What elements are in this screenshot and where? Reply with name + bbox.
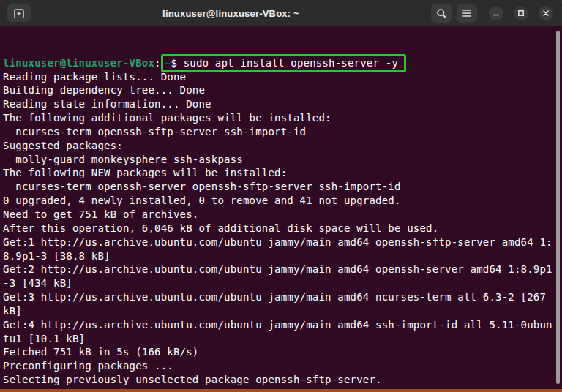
terminal-line: Building dependency tree... Done bbox=[3, 83, 561, 97]
terminal-text: $ sudo apt install openssh-server -y bbox=[171, 57, 398, 69]
search-button[interactable] bbox=[431, 4, 452, 23]
terminal-line: Fetched 751 kB in 5s (166 kB/s) bbox=[3, 345, 561, 359]
terminal-text: Building dependency tree... Done bbox=[3, 84, 205, 96]
terminal-text: ncurses-term openssh-server openssh-sftp… bbox=[3, 181, 401, 192]
new-tab-button[interactable] bbox=[7, 4, 31, 22]
close-icon bbox=[542, 10, 550, 17]
terminal-text: Need to get 751 kB of archives. bbox=[3, 208, 199, 220]
scrollbar[interactable] bbox=[556, 31, 560, 384]
terminal-text: Get:2 http://us.archive.ubuntu.com/ubunt… bbox=[3, 263, 552, 275]
terminal-text: tu1 [10.1 kB] bbox=[3, 333, 85, 344]
terminal-text: Get:1 http://us.archive.ubuntu.com/ubunt… bbox=[3, 236, 552, 248]
terminal-line: 8.9p1-3 [38.8 kB] bbox=[3, 249, 561, 263]
terminal-text: Suggested packages: bbox=[3, 140, 123, 151]
terminal-text: linuxuser@linuxuser-VBox bbox=[3, 57, 154, 69]
window-title: linuxuser@linuxuser-VBox: ~ bbox=[31, 8, 431, 19]
terminal-line: Preconfiguring packages ... bbox=[3, 359, 561, 373]
terminal-text: ncurses-term openssh-sftp-server ssh-imp… bbox=[3, 126, 306, 137]
terminal-line: Suggested packages: bbox=[3, 139, 561, 153]
terminal-text: The following additional packages will b… bbox=[3, 112, 331, 124]
menu-button[interactable] bbox=[457, 4, 477, 23]
terminal-text: The following NEW packages will be insta… bbox=[3, 167, 287, 178]
hamburger-menu-icon bbox=[462, 9, 472, 18]
titlebar[interactable]: linuxuser@linuxuser-VBox: ~ bbox=[0, 0, 562, 26]
close-button[interactable] bbox=[539, 6, 553, 20]
terminal-viewport[interactable]: linuxuser@linuxuser-VBox:~$ sudo apt ins… bbox=[0, 26, 562, 390]
terminal-text: -3 [434 kB] bbox=[3, 277, 72, 289]
terminal-line: -3 [434 kB] bbox=[3, 276, 561, 290]
maximize-button[interactable] bbox=[514, 6, 528, 20]
terminal-line: ncurses-term openssh-sftp-server ssh-imp… bbox=[3, 125, 561, 139]
terminal-line: Selecting previously unselected package … bbox=[3, 373, 561, 387]
screen: linuxuser@linuxuser-VBox: ~ bbox=[0, 0, 562, 392]
terminal-window: linuxuser@linuxuser-VBox: ~ bbox=[0, 0, 562, 390]
desktop-background bbox=[0, 389, 562, 392]
terminal-line: The following NEW packages will be insta… bbox=[3, 166, 561, 180]
new-tab-icon bbox=[13, 8, 25, 18]
terminal-line: Get:1 http://us.archive.ubuntu.com/ubunt… bbox=[3, 235, 561, 249]
terminal-text: After this operation, 6,046 kB of additi… bbox=[3, 222, 438, 234]
terminal-text: : bbox=[154, 57, 161, 69]
search-icon bbox=[436, 8, 447, 19]
terminal-text: Fetched 751 kB in 5s (166 kB/s) bbox=[3, 346, 199, 358]
terminal-text: Reading state information... Done bbox=[3, 98, 211, 110]
terminal-line: After this operation, 6,046 kB of additi… bbox=[3, 222, 561, 235]
terminal-line: Get:4 http://us.archive.ubuntu.com/ubunt… bbox=[3, 318, 561, 332]
terminal-text: Preconfiguring packages ... bbox=[3, 360, 173, 372]
terminal-line: Need to get 751 kB of archives. bbox=[3, 208, 561, 222]
terminal-text: Get:3 http://us.archive.ubuntu.com/ubunt… bbox=[3, 291, 546, 303]
terminal-text: 8.9p1-3 [38.8 kB] bbox=[3, 250, 110, 262]
terminal-text: Reading package lists... Done bbox=[3, 71, 186, 83]
terminal-line: molly-guard monkeysphere ssh-askpass bbox=[3, 153, 561, 167]
terminal-line: ncurses-term openssh-server openssh-sftp… bbox=[3, 180, 561, 194]
terminal-line: Get:3 http://us.archive.ubuntu.com/ubunt… bbox=[3, 290, 561, 304]
terminal-line: tu1 [10.1 kB] bbox=[3, 332, 561, 346]
terminal-line: Reading state information... Done bbox=[3, 97, 561, 111]
maximize-icon bbox=[517, 10, 525, 17]
minimize-button[interactable] bbox=[489, 6, 503, 20]
terminal-line: 0 upgraded, 4 newly installed, 0 to remo… bbox=[3, 194, 561, 208]
command-highlight-box: ~$ sudo apt install openssh-server -y bbox=[161, 54, 406, 72]
minimize-icon bbox=[492, 10, 500, 17]
terminal-text: Get:4 http://us.archive.ubuntu.com/ubunt… bbox=[3, 319, 552, 331]
terminal-line: The following additional packages will b… bbox=[3, 111, 561, 125]
terminal-line: linuxuser@linuxuser-VBox:~$ sudo apt ins… bbox=[3, 56, 561, 70]
terminal-line: kB] bbox=[3, 304, 561, 318]
terminal-output: linuxuser@linuxuser-VBox:~$ sudo apt ins… bbox=[3, 56, 561, 390]
terminal-text: molly-guard monkeysphere ssh-askpass bbox=[3, 154, 243, 165]
terminal-line: Get:2 http://us.archive.ubuntu.com/ubunt… bbox=[3, 263, 561, 276]
terminal-text: kB] bbox=[3, 305, 22, 317]
terminal-text: 0 upgraded, 4 newly installed, 0 to remo… bbox=[3, 195, 401, 206]
terminal-text: Selecting previously unselected package … bbox=[3, 374, 382, 385]
